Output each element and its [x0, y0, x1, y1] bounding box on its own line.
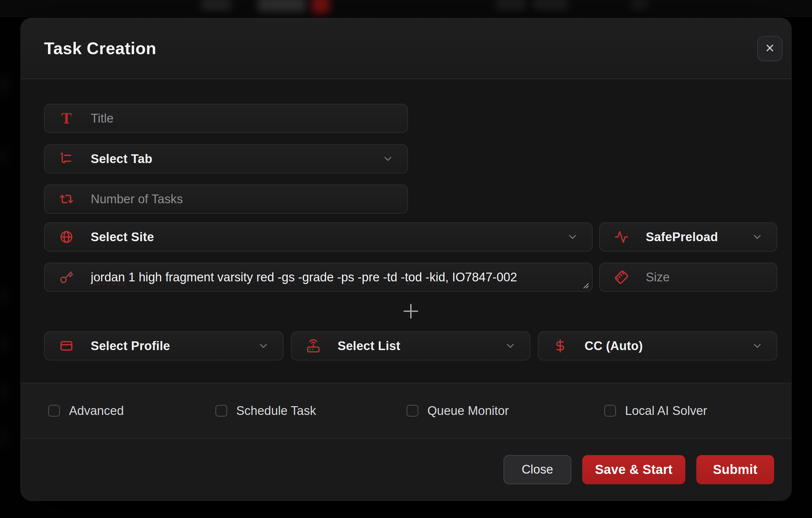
- chevron-down-icon: [751, 340, 763, 352]
- number-of-tasks-placeholder: Number of Tasks: [91, 192, 183, 206]
- submit-button[interactable]: Submit: [696, 455, 774, 484]
- modal-header: Task Creation: [21, 18, 791, 79]
- tab-select-label: Select Tab: [91, 152, 152, 166]
- task-creation-modal: Task Creation T Title Select Tab: [21, 18, 791, 501]
- keyword-segment: tod: [405, 270, 422, 284]
- checkbox-queue-monitor[interactable]: [407, 405, 418, 416]
- chevron-down-icon: [567, 231, 578, 243]
- chevron-down-icon: [258, 340, 269, 352]
- keywords-text: jordan 1 high fragment varsity red -gs -…: [91, 270, 517, 284]
- option-schedule-task[interactable]: Schedule Task: [215, 404, 407, 418]
- save-and-start-button[interactable]: Save & Start: [582, 455, 685, 484]
- keyword-segment: -pre -td -: [354, 270, 405, 284]
- close-icon: [764, 42, 775, 55]
- chevron-down-icon: [504, 340, 516, 352]
- list-tree-icon: [59, 151, 74, 166]
- cc-select[interactable]: CC (Auto): [538, 331, 777, 361]
- close-button[interactable]: Close: [503, 455, 571, 484]
- keywords-textarea[interactable]: jordan 1 high fragment varsity red -gs -…: [44, 263, 592, 292]
- mode-select-label: SafePreload: [646, 230, 718, 244]
- size-placeholder: Size: [646, 270, 670, 284]
- blurred-topbar-item: [201, 0, 232, 11]
- text-icon: T: [59, 111, 74, 126]
- title-placeholder: Title: [91, 112, 113, 125]
- profile-select[interactable]: Select Profile: [44, 331, 284, 361]
- site-select[interactable]: Select Site: [44, 222, 592, 252]
- option-local-ai-solver[interactable]: Local AI Solver: [604, 404, 707, 418]
- number-of-tasks-input[interactable]: Number of Tasks: [44, 184, 408, 213]
- checkbox-local-ai-solver[interactable]: [604, 405, 616, 416]
- blurred-topbar-item: [496, 0, 526, 10]
- size-input[interactable]: Size: [599, 263, 777, 292]
- keyword-segment: -kid, IO7847-002: [422, 270, 517, 284]
- keyword-segment: jordan: [91, 270, 125, 284]
- blurred-topbar-item: [630, 0, 648, 10]
- blurred-sidebar-item: [0, 334, 10, 353]
- tab-select[interactable]: Select Tab: [44, 144, 408, 173]
- chevron-down-icon: [751, 231, 763, 243]
- list-select[interactable]: Select List: [291, 331, 530, 361]
- cc-select-label: CC (Auto): [584, 339, 643, 353]
- option-label: Queue Monitor: [427, 404, 509, 418]
- profile-select-label: Select Profile: [91, 339, 170, 353]
- modal-footer: Close Save & Start Submit: [21, 439, 791, 500]
- resize-handle-icon[interactable]: [581, 281, 589, 289]
- keyword-segment: 1 high fragment varsity red -: [125, 270, 282, 284]
- add-keywords-button[interactable]: [398, 299, 424, 325]
- router-icon: [306, 338, 321, 353]
- repeat-icon: [59, 192, 74, 206]
- credit-card-icon: [59, 338, 74, 353]
- option-advanced[interactable]: Advanced: [48, 404, 215, 418]
- ruler-icon: [614, 270, 629, 285]
- blurred-sidebar-item: [0, 382, 10, 402]
- background-topbar: [0, 0, 812, 17]
- blurred-sidebar-item: [0, 75, 11, 97]
- modal-title: Task Creation: [44, 38, 156, 58]
- options-band: Advanced Schedule Task Queue Monitor Loc…: [21, 383, 791, 439]
- add-row: [44, 296, 777, 327]
- plus-icon: [401, 301, 421, 322]
- keyword-segment: ps: [341, 270, 354, 284]
- blurred-red-badge: [312, 0, 329, 14]
- list-select-label: Select List: [338, 339, 400, 353]
- mode-select[interactable]: SafePreload: [599, 222, 777, 252]
- globe-icon: [59, 230, 74, 244]
- chevron-down-icon: [382, 153, 394, 165]
- site-select-label: Select Site: [91, 230, 154, 244]
- option-queue-monitor[interactable]: Queue Monitor: [407, 404, 604, 418]
- blurred-sidebar-item: [0, 428, 10, 447]
- keyword-segment: -grade -: [294, 270, 341, 284]
- blurred-sidebar-item: [0, 146, 10, 165]
- blurred-topbar-item: [258, 0, 306, 12]
- close-modal-button[interactable]: [757, 36, 783, 61]
- keyword-segment: gs: [282, 270, 294, 284]
- key-icon: [59, 270, 74, 285]
- blurred-topbar-item: [533, 0, 569, 10]
- activity-icon: [614, 230, 629, 244]
- checkbox-schedule-task[interactable]: [215, 405, 227, 416]
- dollar-icon: [553, 338, 568, 353]
- checkbox-advanced[interactable]: [48, 405, 60, 416]
- option-label: Local AI Solver: [625, 404, 707, 418]
- option-label: Schedule Task: [236, 404, 316, 418]
- blurred-sidebar-item: [0, 285, 10, 306]
- modal-body: T Title Select Tab Number of Tasks: [21, 79, 791, 383]
- option-label: Advanced: [69, 404, 124, 418]
- title-input[interactable]: T Title: [44, 104, 408, 133]
